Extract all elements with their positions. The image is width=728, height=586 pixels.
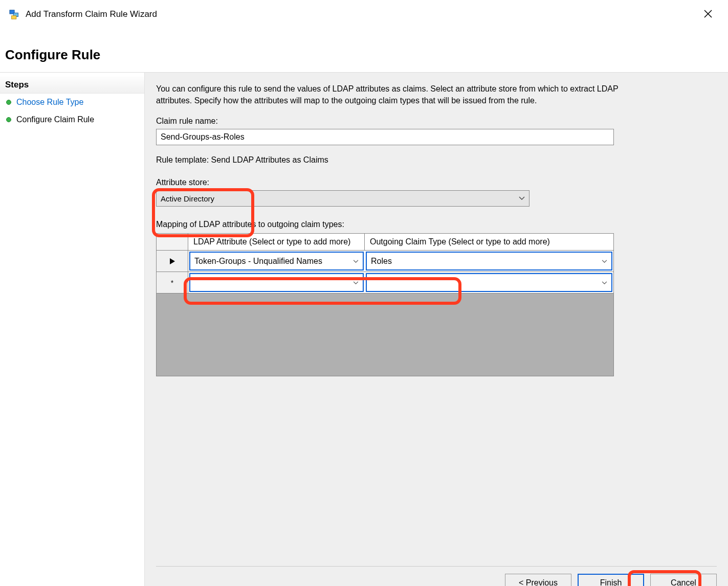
- previous-button[interactable]: < Previous: [505, 574, 571, 586]
- attribute-store-select[interactable]: Active Directory: [156, 190, 530, 207]
- attribute-store-label: Attribute store:: [156, 178, 717, 187]
- sidebar-item-label: Configure Claim Rule: [16, 115, 94, 124]
- titlebar: Add Transform Claim Rule Wizard: [0, 0, 728, 27]
- attribute-store-value: Active Directory: [161, 194, 214, 203]
- ldap-attribute-value: Token-Groups - Unqualified Names: [194, 257, 322, 266]
- ldap-attribute-combo[interactable]: Token-Groups - Unqualified Names: [189, 252, 364, 271]
- row-indicator-new[interactable]: *: [157, 272, 188, 293]
- chevron-down-icon: [353, 280, 359, 286]
- grid-row: *: [157, 272, 613, 294]
- sidebar-item-choose-rule-type[interactable]: Choose Rule Type: [0, 94, 144, 111]
- main-panel: You can configure this rule to send the …: [145, 73, 728, 586]
- grid-header-ldap: LDAP Attribute (Select or type to add mo…: [188, 234, 365, 250]
- sidebar-header: Steps: [0, 77, 144, 94]
- rule-template-text: Rule template: Send LDAP Attributes as C…: [156, 155, 717, 165]
- footer-buttons: < Previous Finish Cancel: [156, 566, 717, 586]
- claim-rule-name-input[interactable]: [156, 129, 614, 145]
- row-indicator-current[interactable]: [157, 251, 188, 272]
- outgoing-claim-combo[interactable]: Roles: [366, 252, 612, 271]
- grid-header-claim: Outgoing Claim Type (Select or type to a…: [365, 234, 613, 250]
- close-icon: [703, 9, 713, 18]
- step-bullet-icon: [6, 100, 11, 105]
- chevron-down-icon: [602, 258, 607, 264]
- asterisk-icon: *: [171, 279, 173, 287]
- app-icon: [9, 9, 20, 20]
- grid-corner-cell: [157, 234, 188, 250]
- outgoing-claim-combo[interactable]: [366, 273, 612, 292]
- close-button[interactable]: [698, 6, 718, 22]
- finish-button[interactable]: Finish: [578, 574, 644, 586]
- window-title: Add Transform Claim Rule Wizard: [26, 9, 698, 19]
- chevron-down-icon: [602, 280, 607, 286]
- svg-rect-2: [12, 16, 16, 19]
- grid-header-row: LDAP Attribute (Select or type to add mo…: [157, 234, 613, 251]
- sidebar-item-label: Choose Rule Type: [16, 98, 83, 107]
- page-heading: Configure Rule: [0, 27, 728, 72]
- outgoing-claim-value: Roles: [371, 257, 392, 266]
- sidebar-item-configure-claim-rule[interactable]: Configure Claim Rule: [0, 111, 144, 128]
- description-text: You can configure this rule to send the …: [156, 83, 627, 106]
- mapping-label: Mapping of LDAP attributes to outgoing c…: [156, 220, 717, 229]
- triangle-right-icon: [170, 258, 175, 264]
- mapping-grid: LDAP Attribute (Select or type to add mo…: [156, 233, 614, 376]
- chevron-down-icon: [519, 195, 525, 202]
- cancel-button[interactable]: Cancel: [650, 574, 717, 586]
- grid-row: Token-Groups - Unqualified Names Roles: [157, 251, 613, 272]
- claim-rule-name-label: Claim rule name:: [156, 117, 717, 126]
- sidebar: Steps Choose Rule Type Configure Claim R…: [0, 73, 145, 586]
- step-bullet-icon: [6, 117, 11, 122]
- chevron-down-icon: [353, 258, 359, 264]
- ldap-attribute-combo[interactable]: [189, 273, 364, 292]
